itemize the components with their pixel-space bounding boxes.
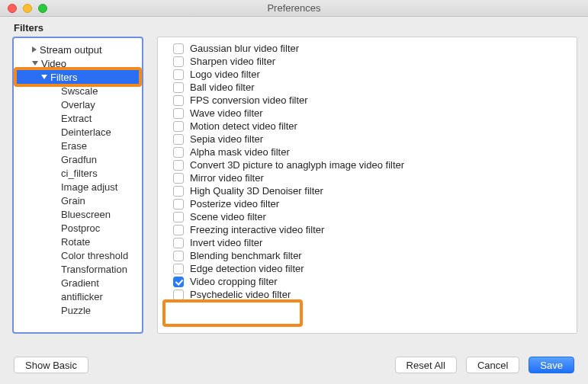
sidebar-item-label: Puzzle — [61, 305, 91, 316]
filter-option[interactable]: Freezing interactive video filter — [158, 223, 577, 236]
sidebar-item[interactable]: Image adjust — [14, 180, 142, 194]
filter-option-label: Video cropping filter — [190, 276, 278, 287]
sidebar-item-label: Video — [41, 58, 66, 69]
sidebar-item-label: Bluescreen — [61, 209, 111, 220]
filter-option[interactable]: Posterize video filter — [158, 197, 577, 210]
sidebar-item[interactable]: Postproc — [14, 221, 142, 235]
titlebar: Preferences — [0, 0, 588, 17]
cancel-button[interactable]: Cancel — [466, 357, 519, 373]
sidebar-item[interactable]: Video — [14, 56, 142, 70]
filter-option-label: Freezing interactive video filter — [190, 224, 324, 235]
sidebar-item-label: Gradient — [61, 277, 99, 289]
zoom-window-button[interactable] — [38, 4, 47, 13]
checkbox[interactable] — [173, 108, 184, 119]
filter-option[interactable]: Edge detection video filter — [158, 262, 577, 275]
filter-option-label: Ball video filter — [190, 82, 255, 93]
reset-all-button[interactable]: Reset All — [395, 357, 457, 373]
filter-option-label: High Quality 3D Denoiser filter — [190, 185, 323, 197]
sidebar-item-label: Overlay — [61, 99, 95, 110]
sidebar-item[interactable]: Rotate — [14, 235, 142, 248]
sidebar-item-label: Erase — [61, 140, 87, 152]
sidebar-item[interactable]: Extract — [14, 111, 142, 125]
filter-option[interactable]: Blending benchmark filter — [158, 249, 577, 262]
filter-option-label: Wave video filter — [190, 107, 263, 119]
filter-option[interactable]: FPS conversion video filter — [158, 94, 577, 107]
filter-option[interactable]: Motion detect video filter — [158, 120, 577, 133]
sidebar-item[interactable]: Gradfun — [14, 152, 142, 166]
sidebar-item[interactable]: Puzzle — [14, 303, 142, 317]
bottom-bar: Show Basic Reset All Cancel Save — [0, 346, 588, 384]
sidebar-item-label: Deinterlace — [61, 126, 111, 138]
filter-option[interactable]: Sepia video filter — [158, 133, 577, 146]
filter-option[interactable]: Gaussian blur video filter — [158, 42, 577, 55]
filter-option[interactable]: Psychedelic video filter — [158, 288, 577, 301]
checkbox[interactable] — [173, 121, 184, 132]
filter-option[interactable]: Alpha mask video filter — [158, 146, 577, 158]
filter-option-label: Mirror video filter — [190, 172, 264, 184]
filter-option-label: Gaussian blur video filter — [190, 43, 299, 54]
sidebar-item-label: Swscale — [61, 85, 98, 97]
sidebar-item[interactable]: Transformation — [14, 262, 142, 276]
filter-option-label: Sharpen video filter — [190, 56, 275, 67]
sidebar-item-label: Stream output — [40, 44, 102, 56]
sidebar-item-label: ci_filters — [61, 168, 98, 179]
sidebar-item[interactable]: Color threshold — [14, 248, 142, 262]
checkbox[interactable] — [173, 251, 184, 261]
sidebar[interactable]: Stream outputVideoFiltersSwscaleOverlayE… — [12, 37, 143, 334]
checkbox[interactable] — [173, 238, 184, 248]
checkbox[interactable] — [173, 56, 184, 67]
filter-option-label: Scene video filter — [190, 211, 266, 222]
filter-options-panel[interactable]: Gaussian blur video filterSharpen video … — [157, 37, 577, 334]
save-button[interactable]: Save — [529, 357, 574, 373]
checkbox[interactable] — [173, 43, 184, 54]
checkbox[interactable] — [173, 212, 184, 222]
checkbox[interactable] — [173, 82, 184, 93]
minimize-window-button[interactable] — [23, 4, 32, 13]
checkbox[interactable] — [173, 147, 184, 158]
filter-option-label: Invert video filter — [190, 237, 262, 248]
sidebar-item[interactable]: ci_filters — [14, 166, 142, 180]
filter-option[interactable]: Ball video filter — [158, 81, 577, 94]
checkbox[interactable] — [173, 264, 184, 274]
sidebar-item[interactable]: Erase — [14, 139, 142, 152]
filter-option-label: Edge detection video filter — [190, 263, 304, 274]
filter-option-label: Motion detect video filter — [190, 120, 297, 132]
checkbox[interactable] — [173, 290, 184, 300]
sidebar-item[interactable]: Bluescreen — [14, 207, 142, 221]
filter-option[interactable]: Logo video filter — [158, 68, 577, 81]
filter-option-label: Convert 3D picture to anaglyph image vid… — [190, 159, 404, 171]
sidebar-item[interactable]: Overlay — [14, 98, 142, 111]
filter-option[interactable]: Sharpen video filter — [158, 55, 577, 68]
checkbox[interactable] — [173, 160, 184, 171]
filter-option[interactable]: High Quality 3D Denoiser filter — [158, 184, 577, 197]
sidebar-item[interactable]: Swscale — [14, 84, 142, 98]
filter-option[interactable]: Invert video filter — [158, 236, 577, 249]
filter-option[interactable]: Wave video filter — [158, 107, 577, 120]
sidebar-item[interactable]: Filters — [14, 70, 142, 84]
filter-option[interactable]: Scene video filter — [158, 210, 577, 223]
filter-option[interactable]: Video cropping filter — [158, 275, 577, 288]
checkbox[interactable] — [173, 173, 184, 184]
checkbox[interactable] — [173, 186, 184, 197]
sidebar-item[interactable]: Deinterlace — [14, 125, 142, 139]
chevron-right-icon — [32, 46, 37, 53]
sidebar-item[interactable]: antiflicker — [14, 290, 142, 303]
close-window-button[interactable] — [8, 4, 17, 13]
checkbox[interactable] — [173, 95, 184, 106]
sidebar-item[interactable]: Stream output — [14, 43, 142, 56]
checkbox[interactable] — [173, 199, 184, 210]
checkbox[interactable] — [173, 69, 184, 80]
sidebar-item-label: Color threshold — [61, 250, 128, 261]
checkbox[interactable] — [173, 225, 184, 235]
sidebar-item-label: Extract — [61, 113, 92, 124]
filter-option[interactable]: Convert 3D picture to anaglyph image vid… — [158, 158, 577, 171]
section-title: Filters — [0, 17, 588, 37]
sidebar-item[interactable]: Gradient — [14, 276, 142, 290]
show-basic-button[interactable]: Show Basic — [14, 357, 88, 373]
checkbox[interactable] — [173, 134, 184, 145]
filter-option[interactable]: Mirror video filter — [158, 171, 577, 184]
checkbox[interactable] — [173, 277, 184, 287]
filter-option-label: Logo video filter — [190, 69, 260, 80]
sidebar-item[interactable]: Grain — [14, 194, 142, 207]
sidebar-item-label: Rotate — [61, 236, 90, 248]
